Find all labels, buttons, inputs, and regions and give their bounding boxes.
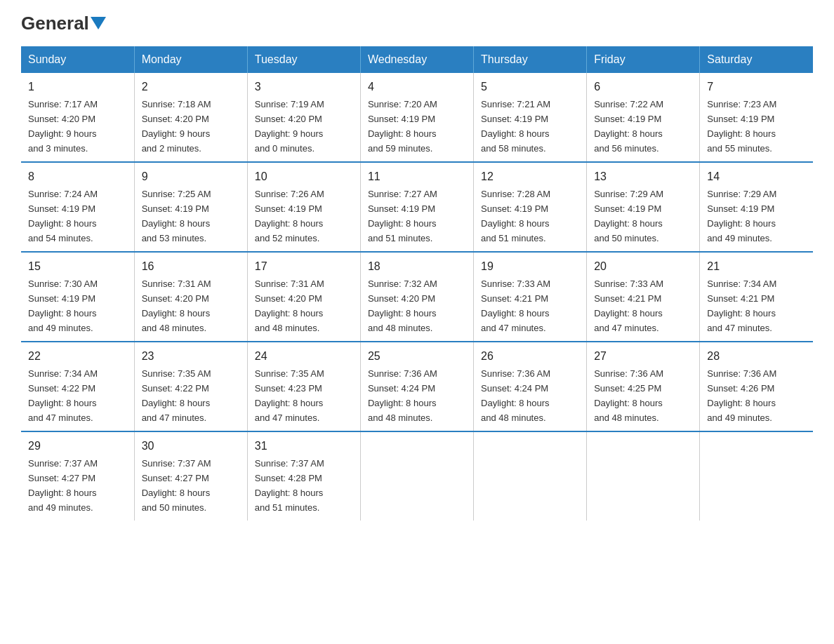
calendar-cell: 14 Sunrise: 7:29 AMSunset: 4:19 PMDaylig… [700,162,813,252]
calendar-cell: 4 Sunrise: 7:20 AMSunset: 4:19 PMDayligh… [360,73,473,162]
calendar-cell: 3 Sunrise: 7:19 AMSunset: 4:20 PMDayligh… [247,73,360,162]
calendar-cell: 29 Sunrise: 7:37 AMSunset: 4:27 PMDaylig… [21,431,134,521]
calendar-cell: 5 Sunrise: 7:21 AMSunset: 4:19 PMDayligh… [474,73,587,162]
day-info: Sunrise: 7:28 AMSunset: 4:19 PMDaylight:… [481,189,550,243]
day-info: Sunrise: 7:22 AMSunset: 4:19 PMDaylight:… [594,99,663,154]
calendar-cell: 23 Sunrise: 7:35 AMSunset: 4:22 PMDaylig… [134,342,247,431]
day-number: 23 [142,348,240,365]
day-info: Sunrise: 7:34 AMSunset: 4:21 PMDaylight:… [707,279,776,333]
day-number: 8 [28,168,127,185]
day-number: 26 [481,348,579,365]
day-info: Sunrise: 7:37 AMSunset: 4:27 PMDaylight:… [142,458,211,513]
calendar-cell: 20 Sunrise: 7:33 AMSunset: 4:21 PMDaylig… [587,252,700,342]
calendar-cell: 18 Sunrise: 7:32 AMSunset: 4:20 PMDaylig… [360,252,473,342]
calendar-cell: 19 Sunrise: 7:33 AMSunset: 4:21 PMDaylig… [474,252,587,342]
day-info: Sunrise: 7:29 AMSunset: 4:19 PMDaylight:… [707,189,776,243]
calendar-cell: 17 Sunrise: 7:31 AMSunset: 4:20 PMDaylig… [247,252,360,342]
day-number: 21 [707,258,806,275]
calendar-cell [587,431,700,521]
header-saturday: Saturday [700,46,813,73]
day-number: 16 [142,258,240,275]
day-info: Sunrise: 7:18 AMSunset: 4:20 PMDaylight:… [142,99,211,154]
calendar-cell: 28 Sunrise: 7:36 AMSunset: 4:26 PMDaylig… [700,342,813,431]
calendar-cell: 12 Sunrise: 7:28 AMSunset: 4:19 PMDaylig… [474,162,587,252]
logo-triangle-icon [91,17,106,29]
calendar-week-row: 8 Sunrise: 7:24 AMSunset: 4:19 PMDayligh… [21,162,813,252]
day-info: Sunrise: 7:19 AMSunset: 4:20 PMDaylight:… [255,99,324,154]
day-number: 22 [28,348,127,365]
day-number: 24 [255,348,353,365]
svg-marker-0 [91,17,106,29]
day-number: 31 [255,438,353,455]
day-number: 5 [481,79,579,95]
day-info: Sunrise: 7:33 AMSunset: 4:21 PMDaylight:… [481,279,550,333]
day-info: Sunrise: 7:31 AMSunset: 4:20 PMDaylight:… [255,279,324,333]
day-info: Sunrise: 7:35 AMSunset: 4:22 PMDaylight:… [142,368,211,423]
day-number: 13 [594,168,692,185]
calendar-cell: 31 Sunrise: 7:37 AMSunset: 4:28 PMDaylig… [247,431,360,521]
day-number: 15 [28,258,127,275]
day-info: Sunrise: 7:36 AMSunset: 4:24 PMDaylight:… [481,368,550,423]
calendar-cell: 24 Sunrise: 7:35 AMSunset: 4:23 PMDaylig… [247,342,360,431]
calendar-table: SundayMondayTuesdayWednesdayThursdayFrid… [21,46,813,521]
day-number: 12 [481,168,579,185]
header-tuesday: Tuesday [247,46,360,73]
day-info: Sunrise: 7:29 AMSunset: 4:19 PMDaylight:… [594,189,663,243]
logo: General [21,14,106,32]
day-info: Sunrise: 7:37 AMSunset: 4:27 PMDaylight:… [28,458,98,513]
calendar-cell [700,431,813,521]
day-number: 25 [368,348,466,365]
calendar-cell: 11 Sunrise: 7:27 AMSunset: 4:19 PMDaylig… [360,162,473,252]
day-number: 9 [142,168,240,185]
calendar-cell: 16 Sunrise: 7:31 AMSunset: 4:20 PMDaylig… [134,252,247,342]
day-number: 28 [707,348,806,365]
day-info: Sunrise: 7:17 AMSunset: 4:20 PMDaylight:… [28,99,98,154]
day-info: Sunrise: 7:23 AMSunset: 4:19 PMDaylight:… [707,99,776,154]
day-number: 3 [255,79,353,95]
day-number: 14 [707,168,806,185]
day-number: 17 [255,258,353,275]
day-number: 29 [28,438,127,455]
day-info: Sunrise: 7:31 AMSunset: 4:20 PMDaylight:… [142,279,211,333]
header-friday: Friday [587,46,700,73]
day-number: 19 [481,258,579,275]
calendar-cell: 6 Sunrise: 7:22 AMSunset: 4:19 PMDayligh… [587,73,700,162]
header-thursday: Thursday [474,46,587,73]
calendar-cell: 2 Sunrise: 7:18 AMSunset: 4:20 PMDayligh… [134,73,247,162]
calendar-cell: 8 Sunrise: 7:24 AMSunset: 4:19 PMDayligh… [21,162,134,252]
calendar-cell: 30 Sunrise: 7:37 AMSunset: 4:27 PMDaylig… [134,431,247,521]
calendar-cell: 25 Sunrise: 7:36 AMSunset: 4:24 PMDaylig… [360,342,473,431]
calendar-cell: 13 Sunrise: 7:29 AMSunset: 4:19 PMDaylig… [587,162,700,252]
day-number: 30 [142,438,240,455]
header-monday: Monday [134,46,247,73]
day-info: Sunrise: 7:36 AMSunset: 4:25 PMDaylight:… [594,368,663,423]
calendar-week-row: 29 Sunrise: 7:37 AMSunset: 4:27 PMDaylig… [21,431,813,521]
day-info: Sunrise: 7:33 AMSunset: 4:21 PMDaylight:… [594,279,663,333]
page-header: General [21,14,813,32]
day-info: Sunrise: 7:27 AMSunset: 4:19 PMDaylight:… [368,189,437,243]
day-info: Sunrise: 7:35 AMSunset: 4:23 PMDaylight:… [255,368,324,423]
day-info: Sunrise: 7:21 AMSunset: 4:19 PMDaylight:… [481,99,550,154]
day-number: 2 [142,79,240,95]
calendar-week-row: 15 Sunrise: 7:30 AMSunset: 4:19 PMDaylig… [21,252,813,342]
day-number: 4 [368,79,466,95]
calendar-cell: 21 Sunrise: 7:34 AMSunset: 4:21 PMDaylig… [700,252,813,342]
day-info: Sunrise: 7:20 AMSunset: 4:19 PMDaylight:… [368,99,437,154]
day-number: 20 [594,258,692,275]
calendar-header-row: SundayMondayTuesdayWednesdayThursdayFrid… [21,46,813,73]
calendar-week-row: 1 Sunrise: 7:17 AMSunset: 4:20 PMDayligh… [21,73,813,162]
day-info: Sunrise: 7:36 AMSunset: 4:26 PMDaylight:… [707,368,776,423]
day-info: Sunrise: 7:37 AMSunset: 4:28 PMDaylight:… [255,458,324,513]
calendar-cell: 26 Sunrise: 7:36 AMSunset: 4:24 PMDaylig… [474,342,587,431]
calendar-cell [360,431,473,521]
calendar-cell: 15 Sunrise: 7:30 AMSunset: 4:19 PMDaylig… [21,252,134,342]
day-info: Sunrise: 7:30 AMSunset: 4:19 PMDaylight:… [28,279,98,333]
calendar-cell: 9 Sunrise: 7:25 AMSunset: 4:19 PMDayligh… [134,162,247,252]
calendar-cell: 10 Sunrise: 7:26 AMSunset: 4:19 PMDaylig… [247,162,360,252]
day-number: 11 [368,168,466,185]
logo-text-general: General [21,14,89,32]
calendar-week-row: 22 Sunrise: 7:34 AMSunset: 4:22 PMDaylig… [21,342,813,431]
day-number: 6 [594,79,692,95]
day-number: 7 [707,79,806,95]
calendar-cell: 22 Sunrise: 7:34 AMSunset: 4:22 PMDaylig… [21,342,134,431]
